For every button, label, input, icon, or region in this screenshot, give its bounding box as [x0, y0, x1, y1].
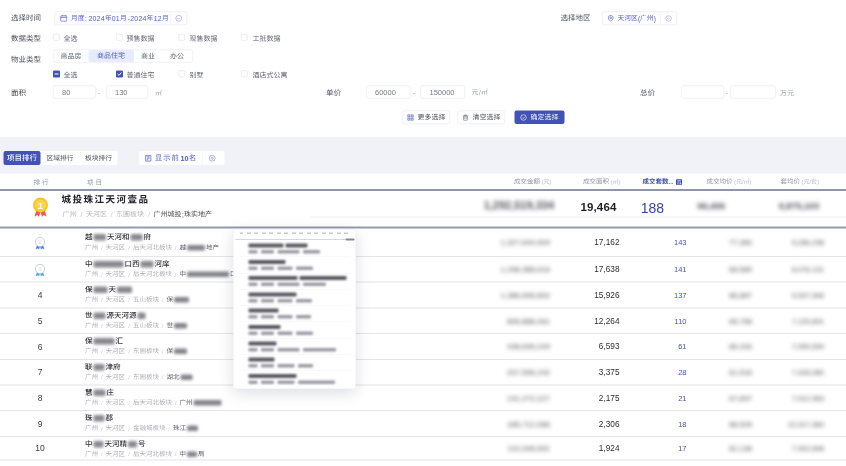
- svg-text:1: 1: [38, 200, 44, 211]
